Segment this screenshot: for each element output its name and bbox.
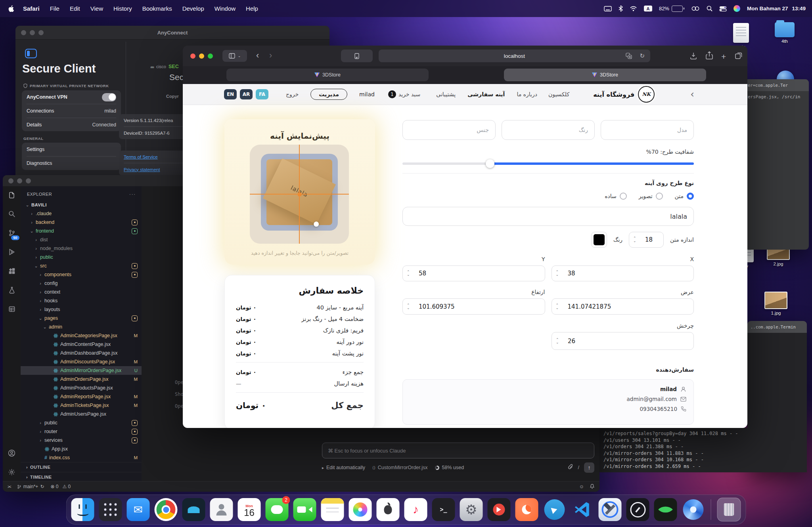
dock-app-swirl[interactable] xyxy=(682,498,705,521)
tree-item-adminorderspage-jsx[interactable]: AdminOrdersPage.jsxM xyxy=(21,375,142,384)
back-button[interactable]: ‹ xyxy=(256,50,259,61)
settings-gear-icon[interactable] xyxy=(7,467,17,477)
tree-item-services[interactable]: ›services xyxy=(21,436,142,445)
menu-bookmarks[interactable]: Bookmarks xyxy=(142,5,172,12)
claude-mode[interactable]: ▸Edit automatically xyxy=(322,465,365,470)
terminal-window-top[interactable]: er=com.apple.Ter ersPage.jsx, /src/in xyxy=(745,79,809,250)
wifi-icon[interactable] xyxy=(630,6,637,11)
tree-item-router[interactable]: ›router xyxy=(21,427,142,436)
dock-app-messages[interactable]: 2 xyxy=(266,498,289,521)
lang-en-button[interactable]: EN xyxy=(224,89,237,99)
translate-icon[interactable] xyxy=(626,53,632,60)
source-control-icon[interactable]: 50 xyxy=(7,228,17,238)
siri-icon[interactable] xyxy=(733,5,740,12)
radio-plain[interactable]: ساده xyxy=(605,193,627,200)
text-color-swatch[interactable] xyxy=(591,232,607,248)
menu-file[interactable]: File xyxy=(50,5,59,12)
git-branch[interactable]: main*+↻ xyxy=(17,484,44,489)
resize-handle[interactable] xyxy=(313,221,320,227)
dock-app-xcode[interactable] xyxy=(599,498,622,521)
height-input[interactable]: ⌃⌄101.609375 xyxy=(402,298,545,315)
reload-icon[interactable]: ↻ xyxy=(640,52,645,59)
remote-indicator[interactable]: >< xyxy=(8,485,11,489)
tree-item-pages[interactable]: ⌄pages xyxy=(21,314,142,323)
tree-item-adminmirrororderspage-jsx[interactable]: AdminMirrorOrdersPage.jsxU xyxy=(21,366,142,375)
x-input[interactable]: ⌃⌄38 xyxy=(552,265,694,281)
outline-panel[interactable]: ›OUTLINE xyxy=(21,462,142,472)
claude-prompt-input[interactable]: ⌘ Esc to focus or unfocus Claude xyxy=(322,443,594,458)
attach-icon[interactable] xyxy=(568,464,573,471)
menu-help[interactable]: Help xyxy=(246,5,258,12)
tree-item-admincontentpage-jsx[interactable]: AdminContentPage.jsx xyxy=(21,340,142,349)
dock-app-player[interactable] xyxy=(488,498,511,521)
radio-image[interactable]: تصویر xyxy=(639,193,663,200)
tree-item-adminuserspage-jsx[interactable]: AdminUsersPage.jsx xyxy=(21,410,142,418)
tree-item-dist[interactable]: ›dist xyxy=(21,235,142,244)
settings-item[interactable]: Settings xyxy=(22,143,121,156)
opacity-slider[interactable] xyxy=(402,159,694,168)
sidebar-toggle-icon[interactable] xyxy=(25,49,37,60)
text-size-stepper[interactable]: ⌃⌄ 18 xyxy=(629,232,664,248)
dock-app-contacts[interactable] xyxy=(210,498,233,521)
terminal-log-area[interactable]: /v1/reports/sales?groupBy=day 304 11.028… xyxy=(599,428,807,472)
new-tab-icon[interactable]: + xyxy=(721,52,726,61)
tree-item-app-jsx[interactable]: App.jsx xyxy=(21,445,142,453)
battery-indicator[interactable]: 82% xyxy=(659,6,684,12)
dock-app-finder[interactable] xyxy=(71,498,94,521)
width-input[interactable]: ⌃⌄141.07421875 xyxy=(552,298,694,315)
dock-app-apple[interactable] xyxy=(377,498,400,521)
color-input[interactable]: رنگ xyxy=(502,120,595,140)
share-icon[interactable] xyxy=(705,51,713,60)
menu-bar-clock[interactable]: Mon Bahman 27 13:49 xyxy=(747,6,806,11)
feedback-icon[interactable]: ☺ xyxy=(579,484,584,489)
dock-app-compass[interactable] xyxy=(626,498,649,521)
tree-item-adminreportspage-jsx[interactable]: AdminReportsPage.jsxM xyxy=(21,392,142,401)
dock-app-notes[interactable] xyxy=(321,498,344,521)
material-input[interactable]: جنس xyxy=(402,120,496,140)
dock-app-launchpad[interactable] xyxy=(99,498,122,521)
dock-app-chrome[interactable] xyxy=(155,498,178,521)
nav-username[interactable]: milad xyxy=(359,91,375,97)
problems-indicator[interactable]: ⊗ 0 ⚠ 0 xyxy=(50,484,71,489)
account-icon[interactable] xyxy=(7,448,17,458)
more-actions-icon[interactable]: ··· xyxy=(129,192,136,197)
tree-item-backend[interactable]: ›backend xyxy=(21,218,142,227)
dock-app-settings[interactable]: ⚙ xyxy=(460,498,483,521)
nav-logout[interactable]: خروج xyxy=(286,91,299,97)
keyboard-icon[interactable] xyxy=(604,6,612,11)
explorer-icon[interactable] xyxy=(7,190,17,200)
dock-app-music[interactable]: ♪ xyxy=(404,498,427,521)
connections-row[interactable]: Connections milad xyxy=(22,104,121,118)
window-controls[interactable] xyxy=(21,30,44,35)
tree-item-admindiscountspage-jsx[interactable]: AdminDiscountsPage.jsxM xyxy=(21,357,142,366)
diagnostics-item[interactable]: Diagnostics xyxy=(22,157,121,170)
dock-app-vscode[interactable] xyxy=(571,498,594,521)
tab-overview-icon[interactable] xyxy=(735,52,743,60)
zoom-button[interactable] xyxy=(208,53,213,59)
mirror-preview-canvas[interactable]: lalala xyxy=(250,145,349,244)
tab-3dstore-1[interactable]: 3DStore xyxy=(226,69,429,81)
testing-icon[interactable] xyxy=(7,285,17,295)
dock-app-terminal[interactable]: >_ xyxy=(432,498,455,521)
page-settings-button[interactable] xyxy=(341,50,373,62)
vpn-toggle[interactable] xyxy=(102,93,116,101)
sync-icon[interactable]: ↻ xyxy=(40,484,44,489)
tree-item-context[interactable]: ›context xyxy=(21,288,142,296)
tree-item-adminproductspage-jsx[interactable]: AdminProductsPage.jsx xyxy=(21,384,142,392)
timeline-panel[interactable]: ›TIMELINE xyxy=(21,472,142,481)
terms-link[interactable]: Terms of Service xyxy=(124,155,158,159)
minimize-button[interactable] xyxy=(199,53,204,59)
docker-icon[interactable] xyxy=(7,304,17,314)
tree-item-node-modules[interactable]: ›node_modules xyxy=(21,244,142,253)
rotation-input[interactable]: ⌃⌄26 xyxy=(552,332,694,350)
menu-view[interactable]: View xyxy=(90,5,103,12)
lang-fa-button[interactable]: FA xyxy=(256,89,268,99)
menu-safari[interactable]: Safari xyxy=(23,5,40,12)
control-center-icon[interactable] xyxy=(719,6,727,11)
tree-item-layouts[interactable]: ›layouts xyxy=(21,305,142,314)
tree-item-index-css[interactable]: #index.cssM xyxy=(21,453,142,462)
nav-admin-pill[interactable]: مدیریت xyxy=(310,89,347,100)
tab-3dstore-2[interactable]: 3DStore xyxy=(504,69,706,81)
tree-item-hooks[interactable]: ›hooks xyxy=(21,296,142,305)
tree-item-adminticketspage-jsx[interactable]: AdminTicketsPage.jsxM xyxy=(21,401,142,410)
